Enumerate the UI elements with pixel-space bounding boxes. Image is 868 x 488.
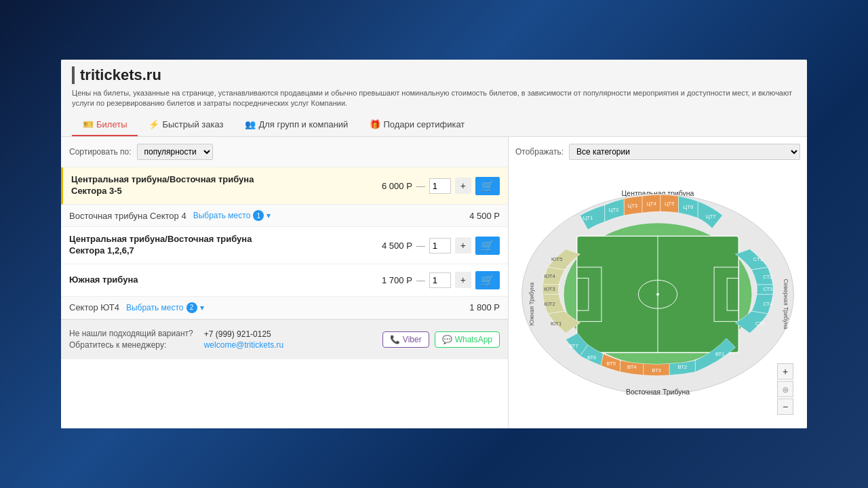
sub-price: 4 500 Р [469,211,500,221]
stadium-map[interactable]: Центральная трибуна [515,184,800,405]
whatsapp-button[interactable]: 💬 WhatsApp [435,331,500,348]
tab-quick-order[interactable]: ⚡ Быстрый заказ [138,114,234,136]
content-area: Сортировать по: популярности цене назван… [61,137,807,428]
sector-label-yut5: ЮТ5 [551,256,562,262]
ticket-name: Центральная трибуна/Восточная трибуна Се… [71,174,261,197]
left-panel: Сортировать по: популярности цене назван… [61,137,509,428]
sector-label-st2: СТ2 [763,274,772,280]
sector-label-ct4: ЦТ4 [646,201,656,207]
seat-badge: 1 [253,210,264,221]
contact-text: Не нашли подходящий вариант? Обратитесь … [69,328,193,351]
chevron-down-icon: ▾ [200,303,204,312]
ticket-price: 6 000 Р [382,181,412,191]
ticket-price: 4 500 Р [382,241,412,251]
gift-icon: 🎁 [370,119,380,129]
sector-label-vt1: ВТ1 [715,351,724,357]
sector-label-vt4: ВТ4 [627,364,637,370]
stadium-label-bottom: Восточная Трибуна [626,388,690,396]
sector-label-ct5: ЦТ5 [665,201,675,207]
contact-email: welcome@tritickets.ru [204,340,284,350]
tabs-bar: 🎫 Билеты ⚡ Быстрый заказ 👥 Для групп и к… [72,114,796,136]
sub-left: Сектор ЮТ4 Выбрать место 2 ▾ [69,302,204,313]
sort-label: Сортировать по: [69,147,132,157]
tab-tickets[interactable]: 🎫 Билеты [72,114,138,136]
ticket-price: 1 700 Р [382,275,412,285]
tab-certificate[interactable]: 🎁 Подари сертификат [359,114,475,136]
site-title: tritickets.ru [72,66,796,84]
zoom-controls: + ◎ − [777,363,793,415]
group-icon: 👥 [245,119,256,129]
sector-label-vt5: ВТ5 [607,361,616,367]
whatsapp-icon: 💬 [442,335,452,344]
plus-button[interactable]: + [455,237,471,253]
viber-button[interactable]: 📞 Viber [382,331,429,348]
ticket-controls: 1 700 Р — + 🛒 [382,271,500,289]
add-to-cart-button[interactable]: 🛒 [475,271,500,289]
ticket-icon: 🎫 [83,119,94,129]
north-stand-label: Северная Трибуна [783,279,789,330]
disclaimer: Цены на билеты, указанные на странице, у… [72,88,796,109]
choose-seat-button[interactable]: Выбрать место 1 ▾ [193,210,271,221]
table-row: Восточная трибуна Сектор 4 Выбрать место… [61,205,508,227]
sort-bar: Сортировать по: популярности цене назван… [61,137,508,167]
ticket-list: Центральная трибуна/Восточная трибуна Се… [61,167,508,319]
zoom-target-icon: ◎ [777,381,793,397]
sector-label-yut4: ЮТ4 [545,274,556,280]
add-to-cart-button[interactable]: 🛒 [475,177,500,195]
ticket-row-main: Южная трибуна 1 700 Р — + 🛒 [69,271,500,289]
filter-select[interactable]: Все категории Центральная трибуна Южная … [569,144,800,160]
sub-price: 1 800 Р [469,302,500,312]
seat-badge: 2 [186,302,197,313]
sector-label-st4: СТ4 [763,302,773,308]
sector-label-vt7: ВТ7 [569,343,578,349]
messenger-buttons: 📞 Viber 💬 WhatsApp [382,331,500,348]
flash-icon: ⚡ [149,119,159,129]
south-stand-label: Южная Трибуна [528,283,535,326]
table-row: Центральная трибуна/Восточная трибуна Се… [61,227,508,264]
ticket-name: Центральная трибуна/Восточная трибуна Се… [69,234,259,257]
sub-sector-name: Восточная трибуна Сектор 4 [69,211,186,221]
chevron-down-icon: ▾ [267,211,271,220]
zoom-in-button[interactable]: + [777,363,793,380]
sub-left: Восточная трибуна Сектор 4 Выбрать место… [69,210,271,221]
sector-label-vt2: ВТ2 [678,364,687,370]
main-container: tritickets.ru Цены на билеты, указанные … [61,60,807,429]
table-row: Сектор ЮТ4 Выбрать место 2 ▾ 1 800 Р [61,297,508,319]
quantity-stepper[interactable] [429,272,451,288]
header: tritickets.ru Цены на билеты, указанные … [61,60,807,138]
sector-label-st3: СТ3 [763,287,772,293]
ticket-controls: 4 500 Р — + 🛒 [382,237,500,255]
table-row: Южная трибуна 1 700 Р — + 🛒 [61,264,508,297]
quantity-stepper[interactable] [429,178,451,194]
tab-groups[interactable]: 👥 Для групп и компаний [234,114,359,136]
filter-bar: Отображать: Все категории Центральная тр… [515,144,800,160]
ticket-row-main: Центральная трибуна/Восточная трибуна Се… [71,174,500,197]
plus-button[interactable]: + [455,272,471,288]
right-panel: Отображать: Все категории Центральная тр… [509,137,807,428]
filter-label: Отображать: [515,147,564,157]
quantity-stepper[interactable] [429,238,451,253]
sector-label-ct6: ЦТ6 [684,204,694,210]
dash-icon: — [416,275,425,285]
zoom-out-button[interactable]: − [777,399,793,415]
sector-label-ct2: ЦТ2 [609,207,619,213]
svg-point-5 [656,293,659,296]
sector-label-ct3: ЦТ3 [628,203,638,209]
contact-phone: +7 (999) 921-0125 [204,329,284,339]
ticket-controls: 6 000 Р — + 🛒 [382,177,500,195]
stadium-map-container: Центральная трибуна [515,167,800,422]
sector-label-yut1: ЮТ1 [551,321,561,327]
dash-icon: — [416,181,425,191]
add-to-cart-button[interactable]: 🛒 [475,237,500,255]
contact-info: +7 (999) 921-0125 welcome@tritickets.ru [204,329,284,350]
ticket-row-main: Центральная трибуна/Восточная трибуна Се… [69,234,500,257]
sector-label-ct7: ЦТ7 [706,214,716,220]
sector-label-yut3: ЮТ3 [545,287,555,293]
sector-label-st5: СТ5 [755,321,765,327]
viber-icon: 📞 [390,335,400,344]
dash-icon: — [416,241,425,251]
choose-seat-button[interactable]: Выбрать место 2 ▾ [126,302,204,313]
contact-bar: Не нашли подходящий вариант? Обратитесь … [61,319,508,359]
plus-button[interactable]: + [455,178,471,194]
sort-select[interactable]: популярности цене названию [137,144,213,160]
